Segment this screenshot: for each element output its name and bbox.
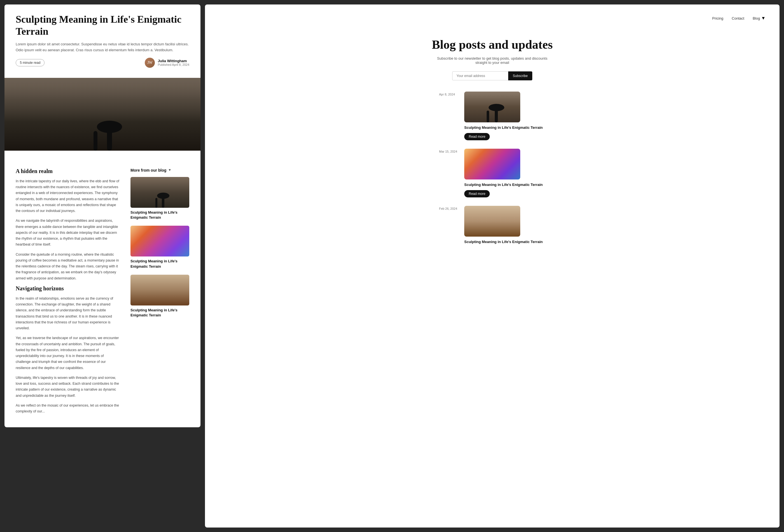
subscribe-button[interactable]: Subscribe — [508, 72, 532, 80]
blog-card-image-1 — [131, 177, 189, 208]
sidebar-blog: More from our blog ▼ Sculpting Meani — [131, 168, 189, 419]
left-panel: Sculpting Meaning in Life's Enigmatic Te… — [4, 4, 200, 528]
post-content-2: Sculpting Meaning in Life's Enigmatic Te… — [464, 149, 545, 197]
hero-image-container — [4, 78, 200, 159]
article-top: Sculpting Meaning in Life's Enigmatic Te… — [4, 4, 200, 78]
email-input[interactable] — [452, 72, 508, 80]
blog-card-title-2: Sculpting Meaning in Life's Enigmatic Te… — [131, 259, 189, 269]
article-title: Sculpting Meaning in Life's Enigmatic Te… — [16, 13, 189, 37]
svg-rect-6 — [162, 194, 164, 208]
blog-card-image-3 — [131, 275, 189, 306]
article-body: A hidden realm In the intricate tapestry… — [16, 168, 119, 419]
blog-card-abstract-image — [131, 226, 189, 256]
author-info: Julia Wittingham Published April 8, 2024 — [158, 59, 189, 66]
body-text-1: In the intricate tapestry of our daily l… — [16, 178, 119, 214]
read-time-badge: 5 minute read — [16, 59, 45, 66]
blog-main-title: Blog posts and updates — [432, 37, 553, 52]
body-text-2: As we navigate the labyrinth of responsi… — [16, 218, 119, 248]
chevron-down-icon: ▼ — [168, 168, 171, 172]
body-text-5: Yet, as we traverse the landscape of our… — [16, 335, 119, 371]
post-content-3: Sculpting Meaning in Life's Enigmatic Te… — [464, 206, 545, 247]
silhouettes-svg — [80, 114, 125, 151]
svg-rect-10 — [495, 105, 498, 122]
nav-contact[interactable]: Contact — [732, 16, 744, 21]
hero-image — [4, 78, 200, 151]
body-text-3: Consider the quietude of a morning routi… — [16, 252, 119, 281]
nav-blog[interactable]: Blog ▼ — [753, 16, 765, 21]
post-abstract-image — [464, 149, 520, 179]
author-name: Julia Wittingham — [158, 59, 189, 63]
section-title-hidden-realm: A hidden realm — [16, 168, 119, 174]
blog-chevron-icon: ▼ — [761, 16, 765, 21]
blog-posts-list: Apr 8, 2024 Sculpting Meaning in Life's … — [439, 91, 545, 256]
post-image-3 — [464, 206, 520, 236]
blog-card-image-2 — [131, 226, 189, 256]
post-title-2: Sculpting Meaning in Life's Enigmatic Te… — [464, 182, 545, 187]
avatar: JW — [145, 58, 155, 68]
article-lower: A hidden realm In the intricate tapestry… — [4, 159, 200, 427]
avatar-initials: JW — [147, 60, 152, 65]
nav-blog-label[interactable]: Blog — [753, 16, 760, 21]
post-image-2 — [464, 149, 520, 179]
article-excerpt: Lorem ipsum dolor sit amet consectetur. … — [16, 41, 189, 53]
section-title-navigating: Navigating horizons — [16, 285, 119, 292]
article-header: Sculpting Meaning in Life's Enigmatic Te… — [16, 13, 189, 72]
author-published: Published April 8, 2024 — [158, 63, 189, 66]
post-date-1: Apr 8, 2024 — [439, 91, 459, 96]
post-date-3: Feb 26, 2024 — [439, 206, 459, 210]
card-silhouette-1 — [149, 190, 171, 208]
nav-pricing[interactable]: Pricing — [712, 16, 724, 21]
blog-card-title-1: Sculpting Meaning in Life's Enigmatic Te… — [131, 210, 189, 220]
body-text-7: As we reflect on the mosaic of our exper… — [16, 403, 119, 415]
sidebar-blog-title: More from our blog — [131, 168, 166, 172]
svg-rect-2 — [107, 123, 112, 151]
body-text-6: Ultimately, life's tapestry is woven wit… — [16, 375, 119, 399]
sidebar-blog-header[interactable]: More from our blog ▼ — [131, 168, 189, 172]
blog-subtitle: Subscribe to our newsletter to get blog … — [437, 56, 548, 65]
blog-card-title-3: Sculpting Meaning in Life's Enigmatic Te… — [131, 308, 189, 318]
blog-card-1[interactable]: Sculpting Meaning in Life's Enigmatic Te… — [131, 177, 189, 220]
svg-rect-3 — [93, 131, 97, 151]
blog-subtitle-line2: straight to your email — [475, 60, 509, 65]
post-sky-image — [464, 91, 520, 122]
svg-rect-11 — [487, 111, 489, 122]
post-date-2: Mar 15, 2024 — [439, 149, 459, 153]
blog-card-3[interactable]: Sculpting Meaning in Life's Enigmatic Te… — [131, 275, 189, 318]
blog-subtitle-line1: Subscribe to our newsletter to get blog … — [437, 56, 548, 60]
blog-card-2[interactable]: Sculpting Meaning in Life's Enigmatic Te… — [131, 226, 189, 269]
body-text-4: In the realm of relationships, emotions … — [16, 296, 119, 332]
right-nav: Pricing Contact Blog ▼ — [712, 16, 765, 21]
post-image-1 — [464, 91, 520, 122]
right-panel: Pricing Contact Blog ▼ Blog posts and up… — [205, 4, 780, 528]
read-more-button-1[interactable]: Read more — [464, 133, 490, 140]
post-title-3: Sculpting Meaning in Life's Enigmatic Te… — [464, 240, 545, 245]
read-more-button-2[interactable]: Read more — [464, 190, 490, 197]
blog-post-item-3: Feb 26, 2024 Sculpting Meaning in Life's… — [439, 206, 545, 247]
author-block: JW Julia Wittingham Published April 8, 2… — [145, 58, 189, 68]
subscribe-row: Subscribe — [452, 72, 532, 80]
svg-rect-7 — [156, 198, 157, 208]
blog-card-sky-image — [131, 177, 189, 208]
post-person-image — [464, 206, 520, 236]
post-content-1: Sculpting Meaning in Life's Enigmatic Te… — [464, 91, 545, 140]
blog-card-person-image — [131, 275, 189, 306]
post-title-1: Sculpting Meaning in Life's Enigmatic Te… — [464, 125, 545, 130]
blog-post-item-2: Mar 15, 2024 Sculpting Meaning in Life's… — [439, 149, 545, 197]
article-meta-row: 5 minute read JW Julia Wittingham Publis… — [16, 58, 189, 68]
blog-post-item-1: Apr 8, 2024 Sculpting Meaning in Life's … — [439, 91, 545, 140]
post-silhouette-1 — [478, 100, 506, 122]
hero-image-scene — [4, 78, 200, 151]
